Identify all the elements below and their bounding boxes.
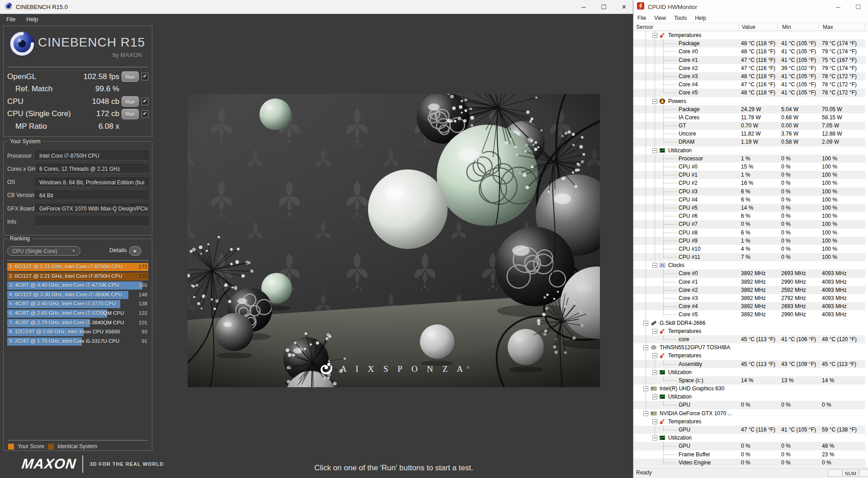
collapse-expander[interactable] <box>643 386 648 391</box>
sensor-row[interactable]: Core #53892 MHz2990 MHz4093 MHz <box>633 310 865 319</box>
collapse-expander[interactable] <box>652 394 657 399</box>
ranking-row[interactable]: 5. 4C/8T @ 3.40 GHz, Intel Core i7-3770 … <box>7 300 148 308</box>
ranking-scrollbar[interactable] <box>154 242 158 342</box>
menu-item-help[interactable]: Help <box>691 15 710 21</box>
collapse-expander[interactable] <box>643 321 648 326</box>
ranking-row[interactable]: 1. 6C/12T @ 2.21 GHz, Intel Core i7-8750… <box>7 263 148 271</box>
ranking-row[interactable]: 2. 6C/12T @ 2.21 GHz, Intel Core i7-8750… <box>7 272 148 281</box>
test-enabled-checkbox[interactable]: ✔ <box>142 73 148 80</box>
device-row[interactable]: Intel(R) UHD Graphics 630 <box>633 384 865 393</box>
sensor-row[interactable]: CPU #66 %0 %100 % <box>633 212 865 220</box>
column-header[interactable]: SensorValueMinMax <box>633 23 868 31</box>
sensor-group-row[interactable]: Utilization <box>633 146 865 155</box>
field-value[interactable] <box>35 217 148 226</box>
sensor-row[interactable]: Space (c:)14 %13 %14 % <box>633 376 865 384</box>
ranking-row[interactable]: 9. 2C/4T @ 1.70 GHz, Intel Core i5-3317U… <box>7 337 148 346</box>
menu-item-tools[interactable]: Tools <box>670 15 691 21</box>
menu-item-file[interactable]: File <box>6 16 15 23</box>
sensor-row[interactable]: DRAM1.19 W0.58 W2.09 W <box>633 138 865 146</box>
sensor-group-row[interactable]: Utilization <box>633 393 865 401</box>
collapse-expander[interactable] <box>652 353 657 358</box>
ranking-category-dropdown[interactable]: CPU (Single Core) ▼ <box>7 246 80 256</box>
column-divider[interactable] <box>818 24 819 30</box>
collapse-expander[interactable] <box>652 148 657 153</box>
maximize-icon[interactable]: ☐ <box>848 4 868 10</box>
field-value[interactable]: Intel Core i7-8750H CPU <box>35 151 148 160</box>
maximize-icon[interactable]: ☐ <box>601 4 606 10</box>
sensor-row[interactable]: Core #43892 MHz2693 MHz4093 MHz <box>633 302 865 310</box>
run-button[interactable]: Run <box>122 71 139 82</box>
collapse-expander[interactable] <box>643 411 648 416</box>
sensor-group-row[interactable]: Utilization <box>633 368 865 376</box>
collapse-expander[interactable] <box>652 370 657 375</box>
cinebench-titlebar[interactable]: CINEBENCH R15.0 ─ ☐ ✕ <box>0 0 633 14</box>
sensor-row[interactable]: core45 °C (113 °F)41 °C (106 °F)49 °C (1… <box>633 335 865 343</box>
collapse-expander[interactable] <box>652 99 657 104</box>
sensor-group-row[interactable]: Temperatures <box>633 31 865 39</box>
test-enabled-checkbox[interactable]: ✔ <box>142 110 148 118</box>
details-button[interactable]: ▶ <box>129 246 141 256</box>
sensor-row[interactable]: Assembly45 °C (113 °F)43 °C (109 °F)45 °… <box>633 360 865 368</box>
menu-item-help[interactable]: Help <box>26 16 38 23</box>
sensor-row[interactable]: Core #247 °C (116 °F)39 °C (102 °F)79 °C… <box>633 64 865 72</box>
sensor-row[interactable]: CPU #36 %0 %100 % <box>633 187 865 196</box>
sensor-row[interactable]: CPU #86 %0 %100 % <box>633 229 865 237</box>
device-row[interactable]: G.Skill DDR4-2666 <box>633 319 865 327</box>
column-header-sensor[interactable]: Sensor <box>636 24 653 30</box>
ranking-row[interactable]: 6. 4C/8T @ 2.60 GHz, Intel Core i7-3720Q… <box>7 309 148 318</box>
column-divider[interactable] <box>739 24 739 30</box>
close-icon[interactable]: ✕ <box>622 4 627 10</box>
field-value[interactable]: 64 Bit <box>35 191 148 200</box>
sensor-row[interactable]: IA Cores11.78 W0.68 W58.15 W <box>633 113 865 122</box>
hwmonitor-titlebar[interactable]: CPUID HWMonitor ─ ☐ <box>633 0 868 14</box>
field-value[interactable]: GeForce GTX 1070 With Max-Q Design/PCIe <box>35 204 148 213</box>
sensor-row[interactable]: GPU47 °C (116 °F)41 °C (105 °F)59 °C (13… <box>633 426 865 434</box>
sensor-row[interactable]: CPU #015 %0 %100 % <box>633 163 865 171</box>
sensor-group-row[interactable]: Clocks <box>633 261 865 269</box>
sensor-row[interactable]: Package48 °C (118 °F)41 °C (105 °F)79 °C… <box>633 39 865 47</box>
collapse-expander[interactable] <box>652 263 657 268</box>
collapse-expander[interactable] <box>652 33 657 38</box>
minimize-icon[interactable]: ─ <box>581 4 585 10</box>
run-button[interactable]: Run <box>122 96 139 107</box>
collapse-expander[interactable] <box>652 329 657 334</box>
sensor-group-row[interactable]: Temperatures <box>633 351 865 360</box>
device-row[interactable]: THNSN5512GPU7 TOSHIBA <box>633 343 865 351</box>
sensor-row[interactable]: CPU #11 %0 %100 % <box>633 171 865 179</box>
sensor-row[interactable]: Core #048 °C (118 °F)41 °C (105 °F)79 °C… <box>633 47 865 56</box>
sensor-group-row[interactable]: Powers <box>633 97 865 105</box>
ranking-row[interactable]: 4. 6C/12T @ 3.30 GHz, Intel Core i7-3930… <box>7 291 148 299</box>
sensor-row[interactable]: CPU #70 %0 %100 % <box>633 220 865 228</box>
ranking-row[interactable]: 8. 12C/24T @ 2.66 GHz, Intel Xeon CPU X5… <box>7 328 148 336</box>
column-header-min[interactable]: Min <box>782 24 791 30</box>
sensor-row[interactable]: Processor1 %0 %100 % <box>633 155 865 163</box>
device-row[interactable]: NVIDIA GeForce GTX 1070 ... <box>633 409 865 417</box>
sensor-row[interactable]: CPU #514 %0 %100 % <box>633 204 865 212</box>
sensor-row[interactable]: Package24.29 W5.04 W70.05 W <box>633 105 865 113</box>
column-divider[interactable] <box>864 24 865 30</box>
test-enabled-checkbox[interactable]: ✔ <box>142 98 148 105</box>
field-value[interactable]: Windows 8, 64 Bit, Professional Edition … <box>35 178 148 187</box>
sensor-row[interactable]: GPU0 %0 %0 % <box>633 401 865 409</box>
ranking-row[interactable]: 3. 4C/8T @ 4.40 GHz, Intel Core i7-4770K… <box>7 281 148 290</box>
column-divider[interactable] <box>778 24 778 30</box>
sensor-row[interactable]: Uncore11.82 W3.76 W12.88 W <box>633 130 865 138</box>
sensor-row[interactable]: CPU #46 %0 %100 % <box>633 196 865 204</box>
ranking-row[interactable]: 7. 4C/8T @ 2.79 GHz, Intel Core i7-3840Q… <box>7 319 148 327</box>
collapse-expander[interactable] <box>652 419 657 424</box>
sensor-row[interactable]: CPU #216 %0 %100 % <box>633 179 865 187</box>
sensor-row[interactable]: CPU #91 %0 %100 % <box>633 237 865 245</box>
field-value[interactable]: 6 Cores, 12 Threads @ 2.21 GHz <box>35 164 148 173</box>
sensor-group-row[interactable]: Utilization <box>633 434 865 442</box>
sensor-row[interactable]: Core #447 °C (116 °F)41 °C (105 °F)78 °C… <box>633 80 865 89</box>
sensor-row[interactable]: Core #147 °C (116 °F)41 °C (105 °F)75 °C… <box>633 56 865 64</box>
sensor-group-row[interactable]: Temperatures <box>633 417 865 426</box>
sensor-row[interactable]: CPU #104 %0 %100 % <box>633 245 865 253</box>
sensor-row[interactable]: Core #03892 MHz2693 MHz4093 MHz <box>633 269 865 277</box>
sensor-row[interactable]: Core #548 °C (118 °F)41 °C (105 °F)78 °C… <box>633 89 865 97</box>
sensor-row[interactable]: CPU #117 %0 %100 % <box>633 253 865 261</box>
column-header-max[interactable]: Max <box>823 24 833 30</box>
menu-item-file[interactable]: File <box>633 15 650 21</box>
sensor-row[interactable]: Core #33892 MHz2792 MHz4093 MHz <box>633 294 865 302</box>
column-header-value[interactable]: Value <box>742 24 755 30</box>
